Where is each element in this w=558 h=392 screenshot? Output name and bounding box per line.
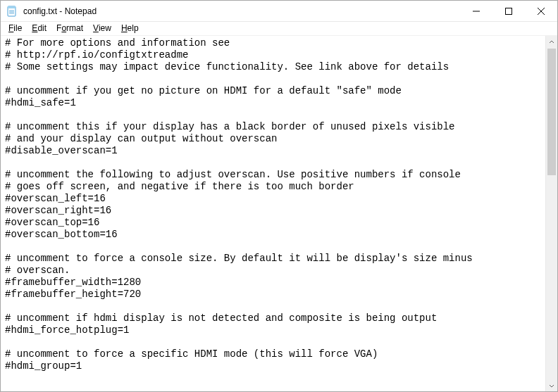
- svg-rect-1: [8, 6, 16, 8]
- scroll-down-arrow-icon[interactable]: [546, 379, 557, 391]
- scrollbar-thumb[interactable]: [547, 49, 556, 175]
- vertical-scrollbar[interactable]: [545, 36, 557, 391]
- svg-rect-6: [506, 8, 512, 14]
- minimize-button[interactable]: [460, 1, 492, 21]
- menubar: File Edit Format View Help: [1, 22, 557, 36]
- menu-view[interactable]: View: [88, 23, 116, 34]
- text-editor[interactable]: # For more options and information see #…: [1, 36, 545, 391]
- menu-file[interactable]: File: [4, 23, 27, 34]
- close-button[interactable]: [525, 1, 557, 21]
- menu-help[interactable]: Help: [116, 23, 144, 34]
- menu-format[interactable]: Format: [51, 23, 88, 34]
- menu-edit[interactable]: Edit: [27, 23, 51, 34]
- notepad-icon: [6, 6, 18, 17]
- window-title: config.txt - Notepad: [22, 6, 460, 16]
- titlebar: config.txt - Notepad: [1, 1, 557, 22]
- window-controls: [460, 1, 557, 21]
- scroll-up-arrow-icon[interactable]: [546, 36, 557, 48]
- maximize-button[interactable]: [492, 1, 525, 21]
- client-area: # For more options and information see #…: [1, 36, 557, 391]
